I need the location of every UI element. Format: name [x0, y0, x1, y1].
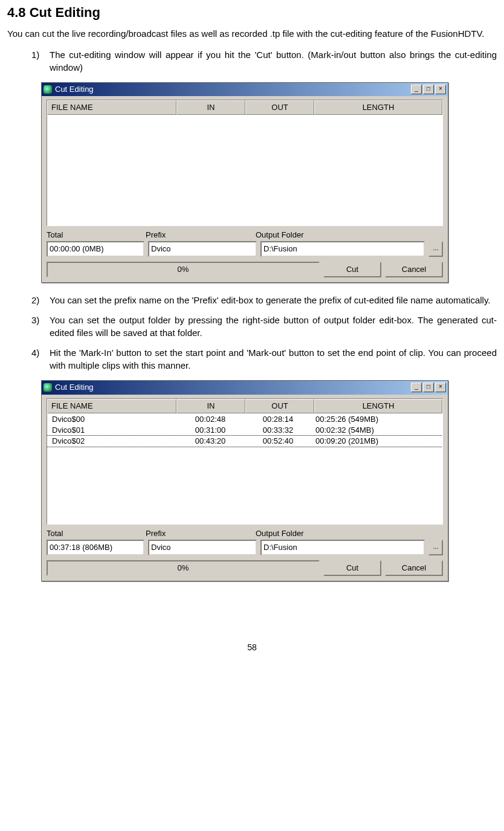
- list-header: FILE NAME IN OUT LENGTH: [47, 398, 443, 414]
- cell-in: 00:31:00: [176, 425, 244, 436]
- list-header: FILE NAME IN OUT LENGTH: [47, 100, 443, 115]
- col-in[interactable]: IN: [176, 100, 245, 115]
- progress-bar: 0%: [47, 262, 320, 277]
- page-number: 58: [7, 642, 497, 654]
- label-output: Output Folder: [256, 230, 443, 241]
- col-out[interactable]: OUT: [245, 100, 314, 115]
- cell-file: Dvico$02: [48, 436, 176, 447]
- label-prefix: Prefix: [146, 230, 256, 241]
- list-text: You can set the output folder by pressin…: [50, 314, 497, 339]
- list-body[interactable]: [47, 115, 443, 226]
- total-field[interactable]: 00:37:18 (806MB): [47, 540, 144, 555]
- col-filename[interactable]: FILE NAME: [47, 100, 176, 115]
- minimize-button[interactable]: _: [411, 85, 422, 94]
- list-number: 2): [31, 294, 50, 306]
- list-text: Hit the 'Mark-In' button to set the star…: [50, 346, 497, 372]
- app-icon: [44, 383, 52, 392]
- label-prefix: Prefix: [146, 528, 256, 539]
- list-number: 3): [31, 314, 50, 339]
- col-length[interactable]: LENGTH: [314, 100, 442, 115]
- close-button[interactable]: ×: [435, 383, 446, 392]
- close-button[interactable]: ×: [435, 85, 446, 94]
- col-length[interactable]: LENGTH: [314, 399, 442, 413]
- prefix-field[interactable]: Dvico: [148, 540, 257, 555]
- cancel-button[interactable]: Cancel: [385, 262, 443, 277]
- window-title: Cut Editing: [55, 84, 411, 95]
- cell-in: 00:43:20: [176, 436, 244, 447]
- list-text: You can set the prefix name on the 'Pref…: [50, 294, 497, 306]
- cut-button[interactable]: Cut: [323, 262, 381, 277]
- progress-bar: 0%: [47, 560, 320, 576]
- cut-editing-window: Cut Editing _ □ × FILE NAME IN OUT LENGT…: [41, 82, 448, 283]
- label-output: Output Folder: [256, 528, 443, 539]
- col-out[interactable]: OUT: [245, 399, 314, 413]
- prefix-field[interactable]: Dvico: [148, 241, 257, 257]
- window-title: Cut Editing: [55, 382, 411, 393]
- maximize-button[interactable]: □: [423, 383, 434, 392]
- table-row[interactable]: Dvico$00 00:02:48 00:28:14 00:25:26 (549…: [47, 414, 442, 425]
- cell-len: 00:02:32 (54MB): [312, 425, 441, 436]
- minimize-button[interactable]: _: [411, 383, 422, 392]
- list-text: The cut-editing window will appear if yo…: [50, 48, 497, 74]
- cell-out: 00:28:14: [244, 414, 312, 425]
- cell-file: Dvico$01: [48, 425, 176, 436]
- output-field[interactable]: D:\Fusion: [260, 241, 425, 257]
- cell-out: 00:33:32: [244, 425, 312, 436]
- col-filename[interactable]: FILE NAME: [47, 399, 176, 413]
- cell-len: 00:09:20 (201MB): [312, 436, 441, 447]
- label-total: Total: [47, 528, 146, 539]
- intro-text: You can cut the live recording/broadcast…: [7, 27, 497, 40]
- table-row[interactable]: Dvico$01 00:31:00 00:33:32 00:02:32 (54M…: [47, 425, 442, 436]
- maximize-button[interactable]: □: [423, 85, 434, 94]
- list-body[interactable]: Dvico$00 00:02:48 00:28:14 00:25:26 (549…: [47, 414, 443, 525]
- browse-button[interactable]: ...: [428, 241, 443, 257]
- col-in[interactable]: IN: [176, 399, 245, 413]
- cut-button[interactable]: Cut: [323, 560, 381, 576]
- label-total: Total: [47, 230, 146, 241]
- table-row[interactable]: Dvico$02 00:43:20 00:52:40 00:09:20 (201…: [47, 436, 442, 447]
- cancel-button[interactable]: Cancel: [385, 560, 443, 576]
- app-icon: [44, 85, 52, 94]
- titlebar: Cut Editing _ □ ×: [42, 83, 448, 96]
- cell-len: 00:25:26 (549MB): [312, 414, 441, 425]
- cell-out: 00:52:40: [244, 436, 312, 447]
- list-number: 1): [31, 48, 50, 74]
- total-field[interactable]: 00:00:00 (0MB): [47, 241, 144, 257]
- cell-file: Dvico$00: [48, 414, 176, 425]
- section-heading: 4.8 Cut Editing: [7, 4, 497, 22]
- browse-button[interactable]: ...: [428, 540, 443, 555]
- list-number: 4): [31, 346, 50, 372]
- output-field[interactable]: D:\Fusion: [260, 540, 425, 555]
- cell-in: 00:02:48: [176, 414, 244, 425]
- titlebar: Cut Editing _ □ ×: [42, 381, 448, 394]
- cut-editing-window: Cut Editing _ □ × FILE NAME IN OUT LENGT…: [41, 380, 448, 581]
